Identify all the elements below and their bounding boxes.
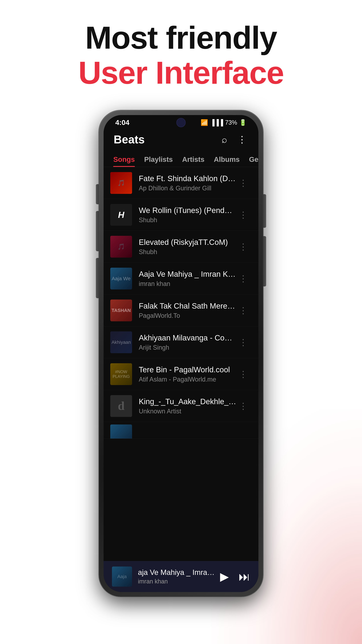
battery-text: 73% (225, 119, 237, 126)
song-list: 🎵 Fate Ft. Shinda Kahlon (DJJOhAL.... Ap… (104, 167, 258, 592)
song-info: We Rollin (iTunes) (PenduJatt. Shubh (139, 206, 236, 224)
wifi-icon: 📶 (201, 119, 208, 126)
volume-down-button[interactable] (96, 258, 99, 298)
song-more-button[interactable]: ⋮ (236, 303, 250, 318)
phone-screen: 4:04 📶 ▐▐▐ 73% 🔋 Beats ⌕ ⋮ (104, 115, 258, 592)
song-name: Tere Bin - PagalWorld.cool (139, 365, 236, 374)
song-info: King_-_Tu_Aake_Dekhle___The_... Unknown … (139, 397, 236, 415)
song-name: Falak Tak Chal Sath Mere (Tashan... (139, 301, 236, 310)
song-item[interactable]: Aaja We Aaja Ve Mahiya _ Imran Khan _ 8.… (104, 263, 258, 294)
song-more-button[interactable]: ⋮ (236, 239, 250, 254)
song-item[interactable]: d King_-_Tu_Aake_Dekhle___The_... Unknow… (104, 390, 258, 422)
status-bar: 4:04 📶 ▐▐▐ 73% 🔋 (104, 115, 258, 130)
song-item[interactable]: #NOWPLAYING Tere Bin - PagalWorld.cool A… (104, 358, 258, 390)
song-item[interactable]: 🎵 Elevated (RiskyjaTT.CoM) Shubh ⋮ (104, 231, 258, 263)
battery-icon: 🔋 (239, 119, 247, 126)
app-bar: Beats ⌕ ⋮ (104, 130, 258, 148)
song-more-button[interactable]: ⋮ (236, 335, 250, 350)
phone-device: 4:04 📶 ▐▐▐ 73% 🔋 Beats ⌕ ⋮ (99, 110, 263, 597)
song-info: Falak Tak Chal Sath Mere (Tashan... Paga… (139, 301, 236, 319)
song-name: Akhiyaan Milavanga - Command... (139, 333, 236, 342)
song-info: Fate Ft. Shinda Kahlon (DJJOhAL.... Ap D… (139, 174, 236, 192)
phone-wrapper: 4:04 📶 ▐▐▐ 73% 🔋 Beats ⌕ ⋮ (0, 104, 362, 597)
song-info: Tere Bin - PagalWorld.cool Atif Aslam - … (139, 365, 236, 383)
song-thumbnail: #NOWPLAYING (110, 363, 132, 385)
tab-genres[interactable]: Genres (244, 152, 258, 167)
play-button[interactable]: ▶ (217, 569, 232, 584)
app-bar-icons: ⌕ ⋮ (220, 132, 248, 146)
song-artist: Shubh (139, 248, 236, 256)
tabs-bar: Songs Playlists Artists Albums Genres (104, 148, 258, 167)
header-line1: Most friendly (0, 20, 362, 55)
song-name: Fate Ft. Shinda Kahlon (DJJOhAL.... (139, 174, 236, 183)
search-button[interactable]: ⌕ (220, 132, 229, 146)
song-more-button[interactable]: ⋮ (236, 366, 250, 382)
song-name: We Rollin (iTunes) (PenduJatt. (139, 206, 236, 215)
now-playing-bar: Aaja aja Ve Mahiya _ Imran K imran khan … (104, 561, 258, 592)
tab-albums[interactable]: Albums (209, 152, 244, 167)
song-thumbnail: H (110, 204, 132, 226)
status-icons: 📶 ▐▐▐ 73% 🔋 (201, 119, 247, 126)
song-artist: Atif Aslam - PagalWorld.me (139, 376, 236, 383)
song-thumbnail: d (110, 395, 132, 417)
song-info: Elevated (RiskyjaTT.CoM) Shubh (139, 238, 236, 256)
song-more-button[interactable]: ⋮ (236, 398, 250, 414)
song-thumbnail: TASHAN (110, 300, 132, 321)
song-name: Aaja Ve Mahiya _ Imran Khan _ 8... (139, 270, 236, 278)
page-header: Most friendly User Interface (0, 0, 362, 104)
song-item[interactable]: 🎵 Fate Ft. Shinda Kahlon (DJJOhAL.... Ap… (104, 167, 258, 199)
song-item[interactable]: H We Rollin (iTunes) (PenduJatt. Shubh ⋮ (104, 199, 258, 231)
now-playing-artist: imran khan (138, 578, 217, 585)
song-item[interactable]: Akhiyaan Akhiyaan Milavanga - Command...… (104, 326, 258, 358)
tab-playlists[interactable]: Playlists (139, 152, 177, 167)
header-line2: User Interface (0, 55, 362, 90)
song-name: King_-_Tu_Aake_Dekhle___The_... (139, 397, 236, 406)
tab-artists[interactable]: Artists (177, 152, 209, 167)
song-name: Elevated (RiskyjaTT.CoM) (139, 238, 236, 247)
song-thumbnail: Aaja We (110, 268, 132, 290)
now-playing-title: aja Ve Mahiya _ Imran K (138, 568, 217, 576)
now-playing-info: aja Ve Mahiya _ Imran K imran khan (138, 568, 217, 585)
song-artist: Shubh (139, 216, 236, 224)
song-more-button[interactable]: ⋮ (236, 271, 250, 286)
song-artist: PagalWorld.To (139, 312, 236, 319)
song-item-partial[interactable] (104, 422, 258, 439)
song-thumbnail: Akhiyaan (110, 332, 132, 353)
now-playing-thumbnail: Aaja (112, 566, 132, 587)
song-info: Akhiyaan Milavanga - Command... Arijit S… (139, 333, 236, 351)
app-title: Beats (114, 133, 145, 146)
song-more-button[interactable]: ⋮ (236, 207, 250, 222)
front-camera (176, 118, 186, 127)
now-playing-controls: ▶ ⏭ (217, 569, 250, 584)
status-time: 4:04 (115, 118, 129, 126)
more-options-button[interactable]: ⋮ (236, 132, 248, 146)
power-button[interactable] (96, 184, 99, 204)
song-thumbnail: 🎵 (110, 172, 132, 194)
signal-icon: ▐▐▐ (210, 119, 223, 126)
tab-songs[interactable]: Songs (109, 152, 139, 167)
skip-next-button[interactable]: ⏭ (239, 570, 250, 583)
song-item[interactable]: TASHAN Falak Tak Chal Sath Mere (Tashan.… (104, 294, 258, 326)
song-artist: imran khan (139, 280, 236, 288)
song-thumbnail: 🎵 (110, 236, 132, 258)
song-more-button[interactable]: ⋮ (236, 176, 250, 190)
song-artist: Ap Dhillon & Gurinder Gill (139, 185, 236, 192)
song-info: Aaja Ve Mahiya _ Imran Khan _ 8... imran… (139, 270, 236, 288)
song-artist: Unknown Artist (139, 408, 236, 415)
song-artist: Arijit Singh (139, 344, 236, 351)
song-thumbnail (110, 424, 132, 439)
volume-up-button[interactable] (96, 211, 99, 251)
